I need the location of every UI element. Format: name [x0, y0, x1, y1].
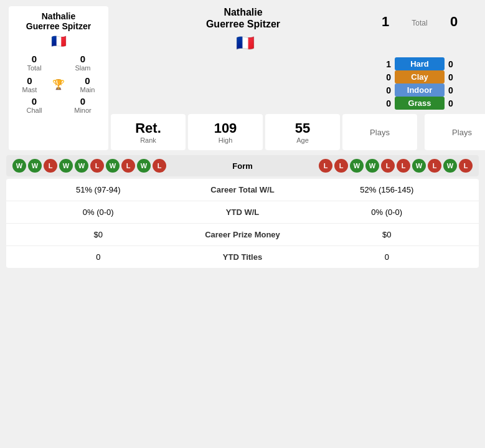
- stats-section: 51% (97-94) Career Total W/L 52% (156-14…: [6, 179, 479, 268]
- stats-center-2: Career Prize Money: [181, 230, 305, 239]
- left-player-info: Nathalie Guerree Spitzer 🇫🇷 0 Total 0 Sl…: [9, 6, 108, 150]
- form-badge-l: L: [319, 159, 332, 173]
- form-badge-l: L: [90, 159, 104, 173]
- left-ret-label: Ret.: [135, 120, 161, 136]
- left-main-stat: 0 Main: [70, 75, 105, 93]
- left-player-stats: 0 Total 0 Slam: [12, 54, 105, 72]
- stats-center-3: YTD Titles: [181, 252, 305, 262]
- left-rank-card: Ret. Rank: [111, 114, 186, 150]
- stats-row-2: $0 Career Prize Money $0: [6, 224, 479, 246]
- right-form-badges: LLWWLLWLWL: [280, 159, 473, 173]
- right-header-name: Marion Maruska: [466, 6, 485, 30]
- form-row: WWLWWLWLWL Form LLWWLLWLWL: [6, 155, 479, 176]
- right-plays-card: Plays: [425, 114, 485, 150]
- stats-row-1: 0% (0-0) YTD W/L 0% (0-0): [6, 201, 479, 224]
- form-badge-w: W: [350, 159, 364, 173]
- stats-left-3: 0: [16, 252, 181, 262]
- form-badge-w: W: [59, 159, 73, 173]
- main-container: Nathalie Guerree Spitzer 🇫🇷 0 Total 0 Sl…: [0, 0, 485, 274]
- form-badge-w: W: [137, 159, 151, 173]
- left-age-card: 55 Age: [265, 114, 340, 150]
- stats-left-0: 51% (97-94): [16, 185, 181, 194]
- stats-center-0: Career Total W/L: [181, 185, 305, 194]
- stats-left-2: $0: [16, 230, 181, 239]
- left-chall-stat: 0 Chall: [12, 96, 56, 114]
- left-mid-stats: 0 Mast 🏆 0 Main: [12, 75, 105, 93]
- left-plays-card: Plays: [342, 114, 417, 150]
- left-mast-stat: 0 Mast: [12, 75, 47, 93]
- form-badge-w: W: [365, 159, 379, 173]
- surface-row-indoor: 0 Indoor 0: [111, 83, 485, 97]
- form-badge-w: W: [412, 159, 426, 173]
- left-rank-high-val: 109: [214, 120, 237, 136]
- left-flag: 🇫🇷: [236, 34, 255, 51]
- right-total-score: 0: [441, 14, 466, 30]
- stats-center-1: YTD W/L: [181, 207, 305, 217]
- left-high-card: 109 High: [188, 114, 263, 150]
- rank-age-plays: Ret. Rank 109 High 55 Age Plays: [111, 114, 485, 150]
- form-badge-l: L: [381, 159, 395, 173]
- form-badge-l: L: [428, 159, 441, 173]
- total-label: Total: [398, 19, 441, 30]
- middle-section: Nathalie Guerree Spitzer 1 Total 0 Mario…: [111, 6, 485, 150]
- form-badge-l: L: [459, 159, 473, 173]
- form-badge-w: W: [106, 159, 120, 173]
- stats-left-1: 0% (0-0): [16, 207, 181, 217]
- surface-rows: 1 Hard 0 0 Clay 0 0 Indoor 0 0 Grass 0: [111, 57, 485, 110]
- left-total-score: 1: [373, 14, 398, 30]
- form-badge-w: W: [75, 159, 88, 173]
- form-badge-w: W: [12, 159, 26, 173]
- left-header-name: Nathalie Guerree Spitzer: [113, 6, 373, 30]
- top-section: Nathalie Guerree Spitzer 🇫🇷 0 Total 0 Sl…: [6, 6, 479, 150]
- form-badge-l: L: [121, 159, 135, 173]
- surface-row-clay: 0 Clay 0: [111, 70, 485, 83]
- form-badge-l: L: [397, 159, 410, 173]
- form-badge-l: L: [334, 159, 348, 173]
- form-label: Form: [205, 161, 280, 171]
- left-age-val: 55: [295, 120, 310, 136]
- left-player-name: Nathalie Guerree Spitzer: [26, 11, 91, 31]
- stats-row-0: 51% (97-94) Career Total W/L 52% (156-14…: [6, 179, 479, 201]
- left-player-flag: 🇫🇷: [51, 34, 67, 49]
- form-badge-l: L: [153, 159, 166, 173]
- surface-row-hard: 1 Hard 0: [111, 57, 485, 70]
- trophy-icon-left: 🏆: [52, 79, 65, 90]
- form-badge-l: L: [44, 159, 57, 173]
- stats-right-3: 0: [305, 252, 469, 262]
- left-slam-stat: 0 Slam: [61, 54, 105, 72]
- left-bottom-stats: 0 Chall 0 Minor: [12, 96, 105, 114]
- left-minor-stat: 0 Minor: [61, 96, 105, 114]
- surface-row-grass: 0 Grass 0: [111, 97, 485, 110]
- left-rank-high-label: High: [219, 136, 233, 144]
- stats-right-0: 52% (156-145): [305, 185, 469, 194]
- stats-row-3: 0 YTD Titles 0: [6, 246, 479, 268]
- form-badge-w: W: [28, 159, 42, 173]
- stats-right-2: $0: [305, 230, 469, 239]
- form-badge-w: W: [443, 159, 457, 173]
- left-ret-sublabel: Rank: [140, 136, 156, 144]
- left-age-label: Age: [296, 136, 309, 144]
- stats-right-1: 0% (0-0): [305, 207, 469, 217]
- left-total-stat: 0 Total: [12, 54, 56, 72]
- left-form-badges: WWLWWLWLWL: [12, 159, 205, 173]
